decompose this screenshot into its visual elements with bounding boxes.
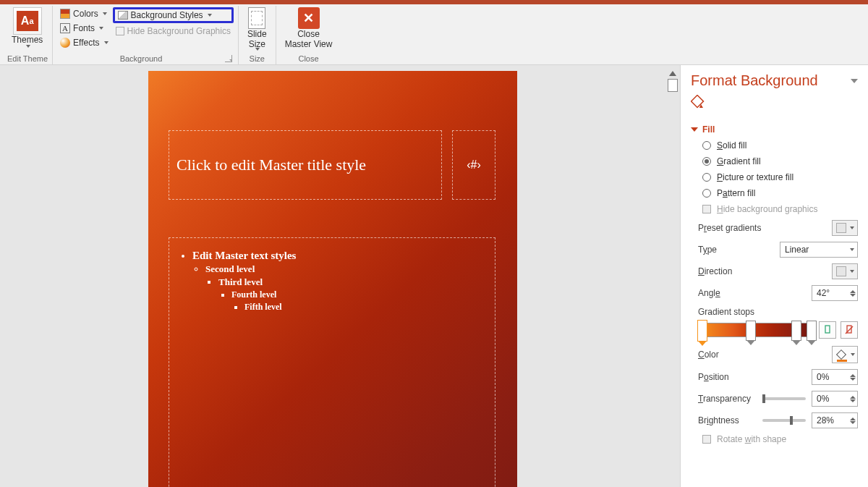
group-label-edit-theme: Edit Theme xyxy=(7,54,48,64)
gradient-stop[interactable] xyxy=(697,320,707,342)
radio-icon xyxy=(702,141,711,150)
type-label: Type xyxy=(698,245,717,255)
vertical-scrollbar[interactable] xyxy=(665,65,680,487)
fonts-label: Fonts xyxy=(73,23,95,33)
preset-gradients-picker[interactable] xyxy=(832,220,858,236)
group-edit-theme: Aa Themes Edit Theme xyxy=(3,6,53,64)
body-level2: Second level xyxy=(205,263,255,274)
pattern-fill-label: ttern fill xyxy=(728,188,756,198)
work-area: Click to edit Master title style ‹#› Edi… xyxy=(0,65,868,487)
spin-up-icon[interactable] xyxy=(850,374,856,377)
chevron-down-icon xyxy=(850,248,854,251)
slide-canvas[interactable]: Click to edit Master title style ‹#› Edi… xyxy=(0,65,665,487)
position-value: 0% xyxy=(817,372,829,382)
position-spinner[interactable]: 0% xyxy=(812,369,858,385)
master-slide[interactable]: Click to edit Master title style ‹#› Edi… xyxy=(148,71,517,487)
spin-up-icon[interactable] xyxy=(850,418,856,420)
brightness-slider[interactable] xyxy=(762,419,806,422)
hide-bg-graphics-option: Hide background graphics xyxy=(702,204,858,214)
stop-color-picker[interactable] xyxy=(832,346,858,363)
chevron-down-icon xyxy=(103,12,107,15)
slide-size-button[interactable]: Slide Size xyxy=(243,6,271,54)
hide-bg-label: ide background graphics xyxy=(723,204,818,214)
gradient-stop[interactable] xyxy=(807,321,817,341)
transparency-value: 0% xyxy=(817,394,829,404)
chevron-down-icon xyxy=(104,41,109,44)
group-label-size: Size xyxy=(243,54,271,64)
gradient-stop[interactable] xyxy=(746,321,756,341)
format-background-panel: Format Background Fill Solid fill Gradie… xyxy=(680,65,868,487)
body-placeholder[interactable]: Edit Master text styles Second level Thi… xyxy=(169,237,495,487)
chevron-down-icon xyxy=(850,226,854,229)
gradient-type-combo[interactable]: Linear xyxy=(780,242,858,258)
fonts-icon: A xyxy=(60,23,70,33)
fill-section-header[interactable]: Fill xyxy=(691,124,858,135)
gradient-stops-label: Gradient stops xyxy=(698,307,858,317)
chevron-down-icon xyxy=(255,48,260,51)
fill-category-icon[interactable] xyxy=(691,95,858,113)
body-level1: Edit Master text styles xyxy=(192,250,296,261)
title-placeholder[interactable]: Click to edit Master title style xyxy=(169,130,442,200)
gradient-stop[interactable] xyxy=(791,321,801,341)
expand-caret-icon xyxy=(691,127,698,132)
picture-fill-label: icture or texture fill xyxy=(723,172,793,182)
spin-up-icon[interactable] xyxy=(850,290,856,293)
radio-icon xyxy=(702,173,711,182)
colors-button[interactable]: Colors xyxy=(57,7,111,20)
scroll-thumb[interactable] xyxy=(668,79,678,92)
close-master-button[interactable]: ✕ Close Master View xyxy=(281,6,337,54)
spin-down-icon[interactable] xyxy=(850,294,856,297)
slide-number-placeholder[interactable]: ‹#› xyxy=(452,130,495,200)
slide-number-text: ‹#› xyxy=(467,158,481,171)
body-level4: Fourth level xyxy=(231,289,276,300)
brightness-value: 28% xyxy=(817,415,834,425)
gradient-type-value: Linear xyxy=(785,245,809,255)
colors-icon xyxy=(60,9,70,19)
fonts-button[interactable]: A Fonts xyxy=(57,22,111,35)
spin-down-icon[interactable] xyxy=(850,421,856,424)
transparency-label: Transparency xyxy=(698,394,751,404)
angle-value: 42° xyxy=(817,288,830,298)
group-background: Colors A Fonts Effects Background Sty xyxy=(53,6,239,64)
transparency-slider[interactable] xyxy=(762,397,806,400)
direction-picker[interactable] xyxy=(832,263,858,279)
angle-spinner[interactable]: 42° xyxy=(812,285,858,301)
chevron-down-icon xyxy=(99,27,103,30)
chevron-down-icon xyxy=(851,353,855,356)
spin-up-icon[interactable] xyxy=(850,396,856,399)
themes-button[interactable]: Aa Themes xyxy=(7,6,47,54)
body-level5: Fifth level xyxy=(244,302,282,312)
gradient-fill-option[interactable]: Gradient fill xyxy=(702,156,858,166)
background-styles-label: Background Styles xyxy=(131,10,203,20)
panel-title: Format Background xyxy=(691,72,818,89)
colors-label: Colors xyxy=(73,9,98,19)
direction-label: Direction xyxy=(698,266,732,276)
ribbon: Aa Themes Edit Theme Colors A Fonts xyxy=(0,4,868,65)
add-gradient-stop-button[interactable] xyxy=(819,321,836,339)
close-master-label: Close Master View xyxy=(285,29,333,49)
effects-label: Effects xyxy=(73,38,99,48)
spin-down-icon[interactable] xyxy=(850,399,856,402)
remove-gradient-stop-button[interactable] xyxy=(841,321,858,339)
hide-bg-graphics-check: Hide Background Graphics xyxy=(113,25,234,38)
transparency-spinner[interactable]: 0% xyxy=(812,391,858,407)
chevron-down-icon xyxy=(26,45,30,48)
panel-menu-caret[interactable] xyxy=(851,79,858,83)
chevron-down-icon xyxy=(208,14,212,17)
spin-down-icon[interactable] xyxy=(850,378,856,381)
brightness-spinner[interactable]: 28% xyxy=(812,412,858,428)
fill-section-label: Fill xyxy=(702,124,715,135)
solid-fill-label: olid fill xyxy=(723,140,746,151)
solid-fill-option[interactable]: Solid fill xyxy=(702,140,858,151)
pattern-fill-option[interactable]: Pattern fill xyxy=(702,188,858,198)
slide-size-icon xyxy=(248,7,265,29)
scroll-up-icon[interactable] xyxy=(669,71,676,76)
background-styles-button[interactable]: Background Styles xyxy=(113,7,234,23)
picture-fill-option[interactable]: Picture or texture fill xyxy=(702,172,858,182)
position-label: Position xyxy=(698,372,729,382)
checkbox-icon xyxy=(116,27,124,35)
effects-button[interactable]: Effects xyxy=(57,36,111,49)
hide-bg-graphics-label: Hide Background Graphics xyxy=(127,26,231,36)
gradient-stops-bar[interactable] xyxy=(698,323,814,337)
background-dialog-launcher[interactable] xyxy=(225,55,232,62)
